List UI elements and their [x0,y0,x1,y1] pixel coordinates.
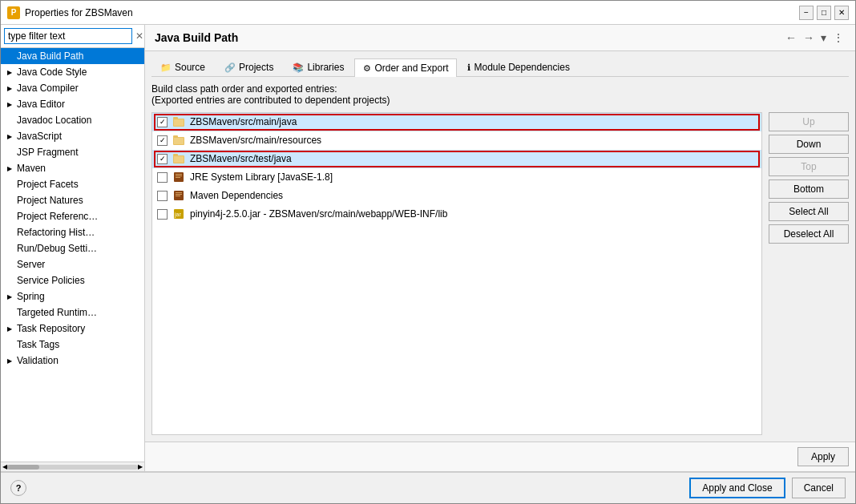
sidebar-item-maven[interactable]: Maven [1,160,144,176]
entry-text-1: ZBSMaven/src/main/java [190,116,297,127]
titlebar: P Properties for ZBSMaven − □ ✕ [1,1,855,25]
nav-back-button[interactable]: ← [784,31,798,44]
entry-folder-icon-1 [172,115,185,128]
titlebar-controls: − □ ✕ [799,6,849,20]
tab-libraries[interactable]: Libraries [284,58,353,76]
entry-checkbox-3[interactable] [157,154,168,164]
sidebar-item-project-natures[interactable]: Project Natures [1,192,144,208]
search-box: ✕ [1,25,144,48]
search-input[interactable] [4,28,132,44]
description-line2: (Exported entries are contributed to dep… [151,95,390,106]
bottom-button[interactable]: Bottom [769,179,849,199]
nav-buttons: ← → ▾ ⋮ [784,31,846,44]
tab-order-export[interactable]: Order and Export [354,58,457,77]
sidebar-item-spring[interactable]: Spring [1,288,144,304]
sidebar-item-refactoring-history[interactable]: Refactoring Hist… [1,224,144,240]
top-button[interactable]: Top [769,157,849,176]
entry-text-2: ZBSMaven/src/main/resources [190,135,321,146]
sidebar-item-jsp-fragment[interactable]: JSP Fragment [1,144,144,160]
sidebar-horizontal-scrollbar[interactable]: ◀ ▶ [1,462,144,471]
svg-rect-12 [176,177,180,178]
tab-source[interactable]: Source [151,58,214,76]
action-buttons: Up Down Top Bottom Select All Deselect A… [769,112,849,435]
entry-item-2[interactable]: ZBSMaven/src/main/resources [152,131,761,150]
svg-rect-1 [173,117,178,119]
sidebar-item-server[interactable]: Server [1,256,144,272]
up-button[interactable]: Up [769,112,849,131]
entry-row-1: ZBSMaven/src/main/java [152,113,761,131]
tab-projects[interactable]: Projects [216,58,282,76]
horiz-track [7,465,138,470]
sidebar-item-javadoc-location[interactable]: Javadoc Location [1,112,144,128]
sidebar-item-javascript[interactable]: JavaScript [1,128,144,144]
entry-checkbox-6[interactable] [157,209,168,220]
sidebar-item-project-facets[interactable]: Project Facets [1,176,144,192]
svg-rect-8 [174,156,184,163]
sidebar-list: Java Build Path Java Code Style Java Com… [1,48,144,462]
source-tab-icon [160,62,172,73]
sidebar-item-run-debug[interactable]: Run/Debug Setti… [1,240,144,256]
sidebar-item-service-policies[interactable]: Service Policies [1,272,144,288]
entry-checkbox-4[interactable] [157,172,168,183]
sidebar-item-java-code-style[interactable]: Java Code Style [1,64,144,80]
minimize-button[interactable]: − [799,6,814,20]
sidebar-item-java-compiler[interactable]: Java Compiler [1,80,144,96]
content-area: Source Projects Libraries Order and Expo… [145,51,855,442]
module-tab-icon [467,62,470,73]
nav-menu-button[interactable]: ⋮ [831,31,846,44]
nav-dropdown-button[interactable]: ▾ [819,31,828,44]
nav-forward-button[interactable]: → [801,31,816,44]
bottom-bar: Apply [145,442,855,471]
svg-rect-4 [173,135,178,138]
build-path-content: Build class path order and exported entr… [151,83,849,435]
dialog-title: Properties for ZBSMaven [25,7,133,18]
entry-item-1[interactable]: ZBSMaven/src/main/java [152,113,761,131]
entry-folder-icon-2 [172,134,185,147]
svg-text:jar: jar [174,212,181,218]
maximize-button[interactable]: □ [817,6,831,20]
help-button[interactable]: ? [10,480,26,496]
libraries-tab-icon [293,62,304,73]
close-button[interactable]: ✕ [834,6,849,20]
list-and-buttons: ZBSMaven/src/main/java [151,112,849,435]
entry-item-3[interactable]: ZBSMaven/src/test/java [152,150,761,168]
entry-lib-icon-4 [172,171,185,183]
entry-checkbox-1[interactable] [157,117,168,127]
entry-item-5[interactable]: Maven Dependencies [152,187,761,205]
sidebar-item-java-editor[interactable]: Java Editor [1,96,144,112]
sidebar-item-java-build-path[interactable]: Java Build Path [1,48,144,64]
entry-checkbox-5[interactable] [157,191,168,201]
apply-button[interactable]: Apply [797,447,849,466]
select-all-button[interactable]: Select All [769,202,849,221]
tab-source-label: Source [175,62,205,73]
entry-item-6[interactable]: jar pinyin4j-2.5.0.jar - ZBSMaven/src/ma… [152,205,761,224]
apply-and-close-button[interactable]: Apply and Close [689,478,785,498]
sidebar-item-task-repository[interactable]: Task Repository [1,321,144,337]
cancel-button[interactable]: Cancel [792,478,846,498]
titlebar-left: P Properties for ZBSMaven [7,6,133,19]
sidebar-item-task-tags[interactable]: Task Tags [1,337,144,353]
search-clear-button[interactable]: ✕ [134,30,145,42]
sidebar-item-project-references[interactable]: Project Referenc… [1,208,144,224]
sidebar-item-validation[interactable]: Validation [1,353,144,369]
entry-lib-icon-5 [172,189,185,202]
tab-projects-label: Projects [239,62,273,73]
entry-text-4: JRE System Library [JavaSE-1.8] [190,171,333,183]
deselect-all-button[interactable]: Deselect All [769,224,849,244]
entry-item-4[interactable]: JRE System Library [JavaSE-1.8] [152,168,761,187]
tab-module-label: Module Dependencies [474,62,569,73]
entry-text-3: ZBSMaven/src/test/java [190,153,292,164]
tab-module-dependencies[interactable]: Module Dependencies [458,58,578,76]
right-panel: Java Build Path ← → ▾ ⋮ Source [145,25,855,471]
main-content: ✕ Java Build Path Java Code Style Java C… [1,25,855,471]
entry-text-6: pinyin4j-2.5.0.jar - ZBSMaven/src/main/w… [190,208,447,220]
entry-checkbox-2[interactable] [157,135,168,146]
description: Build class path order and exported entr… [151,83,849,106]
svg-rect-11 [176,175,182,176]
tab-order-label: Order and Export [374,62,448,74]
entry-row-3: ZBSMaven/src/test/java [152,150,761,168]
down-button[interactable]: Down [769,135,849,154]
sidebar-item-targeted-runtime[interactable]: Targeted Runtim… [1,304,144,321]
sidebar: ✕ Java Build Path Java Code Style Java C… [1,25,145,471]
horiz-scroll-right-arrow[interactable]: ▶ [138,463,143,470]
